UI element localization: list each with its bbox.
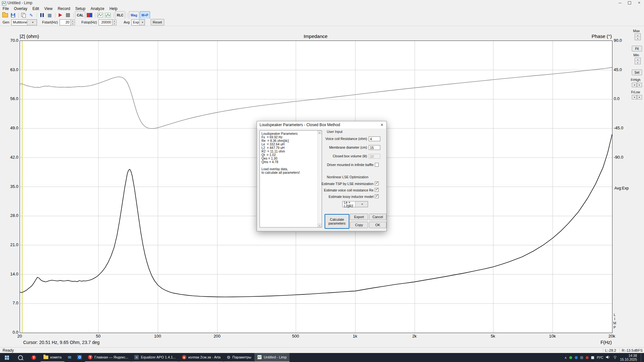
parameters-text-area[interactable]: Loudspeaker Parameters Fs = 69.92 Hz Re … (260, 130, 322, 227)
fstart-spinner[interactable]: ▲▼ (71, 19, 75, 25)
app-tray-icon[interactable] (575, 356, 578, 359)
network-icon[interactable] (613, 355, 617, 360)
copy-button-dialog[interactable]: Copy (350, 222, 368, 228)
yandex-browser-icon: Y (32, 355, 36, 360)
menu-overlay[interactable]: Overlay (11, 6, 30, 11)
reset-button[interactable]: Reset (151, 19, 164, 25)
scrollbar[interactable]: ▲▼ (317, 131, 322, 227)
browser-pinned-button[interactable]: Y (27, 353, 41, 362)
app2-tray-icon[interactable] (580, 356, 583, 359)
fit-button[interactable]: Fit (632, 46, 642, 51)
clock[interactable]: 14:38 15.10.2025 (620, 354, 637, 361)
taskbar-item-limp[interactable]: Untitled - Limp (254, 353, 289, 362)
graph-view2-button[interactable] (104, 12, 111, 18)
menu-edit[interactable]: Edit (30, 6, 42, 11)
taskbar-item-yandex[interactable]: YГлавная — Яндекс... (85, 353, 131, 362)
toolbar: ✎ ▦ CAL RLC Mag M+P (0, 12, 644, 19)
cancel-button[interactable]: Cancel (369, 214, 386, 220)
cursor-readout: Cursor: 20.51 Hz, 9.65 Ohm, 23.7 deg (23, 340, 99, 345)
toolbar-separator (37, 13, 37, 18)
rlc-button[interactable]: RLC (115, 11, 125, 19)
inductor-model-dropdown[interactable]: Le + L2||R2 ▼ (342, 201, 368, 207)
app3-tray-icon[interactable] (586, 356, 589, 359)
menu-view[interactable]: View (42, 6, 55, 11)
magnitude-view-button[interactable]: Mag (129, 11, 139, 19)
search-button[interactable] (14, 353, 27, 362)
tray-expand-icon[interactable]: ∧ (564, 356, 567, 359)
taskbar-item-arta[interactable]: aколпак 2см.зв - Arta (179, 353, 223, 362)
set-button[interactable]: Set (632, 70, 642, 75)
min-spinner[interactable]: ▲▼ (635, 58, 641, 64)
menu-setup[interactable]: Setup (73, 6, 88, 11)
fr-high-arrows[interactable]: ◄► (632, 83, 642, 87)
menu-file[interactable]: File (0, 6, 11, 11)
start-button[interactable] (0, 353, 14, 362)
membrane-diameter-label: Membrane diameter (cm) (321, 145, 367, 150)
left-axis-title: |Z| (ohm) (20, 33, 39, 39)
taskbar-item-folder[interactable]: комета (41, 353, 64, 362)
y-right-tick: 45.0 (614, 67, 631, 72)
dialog-close-button[interactable]: ✕ (378, 122, 386, 128)
y-left-tick: 49.0 (3, 125, 18, 131)
graph-view-button[interactable] (97, 12, 104, 18)
volume-icon[interactable] (606, 355, 610, 360)
menu-help[interactable]: Help (107, 6, 120, 11)
avg-dropdown[interactable]: Exp ▼ (131, 19, 145, 25)
y-right-tick: 90.0 (614, 38, 631, 43)
calibrate-button[interactable]: CAL (75, 11, 85, 19)
estimate-tsp-checkbox[interactable] (375, 181, 379, 185)
record-stop-button[interactable] (64, 12, 71, 18)
copy-button[interactable] (20, 12, 27, 18)
fr-display-button[interactable] (86, 12, 93, 18)
ok-button[interactable]: OK (369, 222, 386, 228)
export-button[interactable]: Export (350, 214, 368, 220)
fstop-spinner[interactable]: ▲▼ (112, 19, 117, 25)
pause-icon (40, 13, 44, 17)
x-axis-title: F(Hz) (591, 340, 612, 345)
maximize-button[interactable] (625, 0, 634, 6)
fstop-input[interactable]: 20000 (99, 19, 112, 25)
estimate-re-checkbox[interactable] (375, 188, 379, 192)
taskbar-item-outlook[interactable]: O (74, 353, 85, 362)
app4-tray-icon[interactable] (591, 356, 594, 359)
data-table-button[interactable]: ▦ (46, 12, 53, 18)
minimize-button[interactable] (615, 0, 625, 6)
y-left-tick: 70.0 (3, 38, 18, 43)
y-left-tick: 14.0 (3, 272, 18, 277)
fstart-input[interactable]: 20 (60, 19, 71, 25)
estimate-lossy-inductor-checkbox[interactable] (375, 194, 379, 198)
fr-low-arrows[interactable]: ◄► (632, 95, 642, 99)
avg-value: Exp (132, 20, 139, 24)
generator-type-dropdown[interactable]: Multitone ▼ (11, 19, 37, 25)
open-folder-icon (2, 13, 8, 17)
menu-record[interactable]: Record (55, 6, 73, 11)
max-spinner[interactable]: ▲▼ (635, 33, 641, 40)
max-label: Max (633, 29, 640, 33)
edit-button[interactable]: ✎ (28, 12, 35, 18)
show-desktop-button[interactable] (641, 353, 643, 362)
record-start-button[interactable] (57, 12, 64, 18)
close-button[interactable]: ✕ (634, 0, 644, 6)
membrane-diameter-input[interactable]: 15 (369, 145, 380, 150)
antivirus-tray-icon[interactable] (569, 356, 572, 359)
infinite-baffle-checkbox[interactable] (375, 163, 379, 167)
taskbar-item-settings[interactable]: ⚙Параметры (224, 353, 254, 362)
pause-button[interactable] (38, 12, 45, 18)
voice-coil-resistance-input[interactable]: 4 (369, 136, 380, 141)
fstop-label: Fstop(Hz) (81, 20, 97, 24)
menu-analyze[interactable]: Analyze (88, 6, 107, 11)
fr-low-label: FrLow (631, 90, 640, 94)
taskbar-item-mail[interactable]: ✉ (65, 353, 74, 362)
magnitude-phase-view-button[interactable]: M+P (140, 11, 150, 19)
open-file-button[interactable] (2, 12, 9, 18)
language-indicator[interactable]: РУС (597, 356, 603, 359)
scroll-down-icon[interactable]: ▼ (318, 224, 321, 227)
gear-icon: ⚙ (227, 355, 231, 359)
dialog-titlebar[interactable]: Loudspeaker Parameters - Closed Box Meth… (257, 121, 386, 128)
scroll-up-icon[interactable]: ▲ (318, 131, 321, 134)
calculate-parameters-button[interactable]: Calculate parameters (325, 214, 349, 229)
graph-curve-icon (97, 13, 103, 17)
taskbar-item-equalizer[interactable]: ≡Equalizer APO 1.4.1... (131, 353, 178, 362)
save-file-button[interactable] (9, 12, 16, 18)
x-tick: 5k (483, 334, 503, 339)
